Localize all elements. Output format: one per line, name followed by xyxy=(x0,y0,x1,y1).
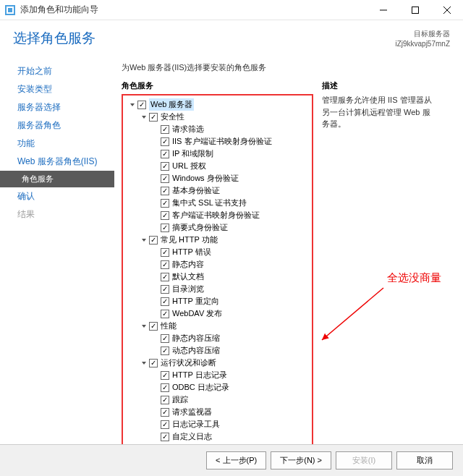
tree-node[interactable]: HTTP 错误 xyxy=(124,246,310,258)
collapse-icon[interactable] xyxy=(140,237,148,244)
toggle-spacer xyxy=(152,261,159,268)
checkbox[interactable] xyxy=(149,236,158,245)
sidebar-item[interactable]: 安装类型 xyxy=(0,80,114,98)
sidebar-item[interactable]: 服务器角色 xyxy=(0,116,114,135)
tree-node[interactable]: 摘要式身份验证 xyxy=(124,221,310,234)
footer: < 上一步(P) 下一步(N) > 安装(I) 取消 xyxy=(0,444,463,476)
sidebar-item[interactable]: 确认 xyxy=(0,187,114,205)
toggle-spacer xyxy=(152,421,159,428)
tree-node[interactable]: 客户端证书映射身份验证 xyxy=(124,209,310,221)
checkbox[interactable] xyxy=(161,297,169,306)
tree-node[interactable]: IP 和域限制 xyxy=(124,148,310,160)
tree-node[interactable]: 请求筛选 xyxy=(124,123,310,135)
checkbox[interactable] xyxy=(161,433,169,441)
tree-node[interactable]: WebDAV 发布 xyxy=(124,307,310,320)
svg-rect-4 xyxy=(412,7,419,13)
window-title: 添加角色和功能向导 xyxy=(20,4,368,16)
node-label: 摘要式身份验证 xyxy=(172,221,228,234)
tree-node[interactable]: 默认文档 xyxy=(124,271,310,283)
checkbox[interactable] xyxy=(161,187,169,195)
checkbox[interactable] xyxy=(137,101,146,109)
sidebar-item[interactable]: 功能 xyxy=(0,135,114,153)
checkbox[interactable] xyxy=(161,125,169,134)
tree-node[interactable]: 集中式 SSL 证书支持 xyxy=(124,197,310,209)
role-tree[interactable]: Web 服务器安全性请求筛选IIS 客户端证书映射身份验证IP 和域限制URL … xyxy=(122,94,313,449)
checkbox[interactable] xyxy=(161,137,169,146)
checkbox[interactable] xyxy=(161,396,169,404)
tree-node[interactable]: 动态内容压缩 xyxy=(124,344,310,357)
sidebar-item[interactable]: 角色服务 xyxy=(0,171,114,187)
collapse-icon[interactable] xyxy=(140,323,148,330)
node-label: Windows 身份验证 xyxy=(172,172,239,184)
node-label: 日志记录工具 xyxy=(172,418,220,430)
tree-node[interactable]: 跟踪 xyxy=(124,394,310,406)
toggle-spacer xyxy=(152,335,159,342)
checkbox[interactable] xyxy=(161,174,169,183)
checkbox[interactable] xyxy=(161,383,169,392)
tree-node[interactable]: 目录浏览 xyxy=(124,283,310,295)
checkbox[interactable] xyxy=(161,199,169,208)
tree-node[interactable]: HTTP 重定向 xyxy=(124,295,310,307)
node-label: 客户端证书映射身份验证 xyxy=(172,209,260,221)
checkbox[interactable] xyxy=(149,322,158,331)
tree-node[interactable]: URL 授权 xyxy=(124,160,310,172)
node-label: Web 服务器 xyxy=(149,98,194,111)
tree-node[interactable]: 请求监视器 xyxy=(124,406,310,418)
content-description: 为Web 服务器(IIS)选择要安装的角色服务 xyxy=(122,62,456,73)
node-label: ODBC 日志记录 xyxy=(172,381,229,394)
close-button[interactable] xyxy=(431,0,463,20)
checkbox[interactable] xyxy=(161,408,169,417)
next-button[interactable]: 下一步(N) > xyxy=(271,451,331,469)
maximize-button[interactable] xyxy=(399,0,431,20)
tree-node[interactable]: 静态内容压缩 xyxy=(124,332,310,344)
tree-node[interactable]: 常见 HTTP 功能 xyxy=(124,234,310,246)
sidebar-item[interactable]: 服务器选择 xyxy=(0,98,114,116)
tree-node[interactable]: 日志记录工具 xyxy=(124,418,310,430)
tree-node[interactable]: Windows 身份验证 xyxy=(124,172,310,184)
desc-label: 描述 xyxy=(322,80,436,91)
sidebar-item[interactable]: Web 服务器角色(IIS) xyxy=(0,153,114,171)
install-button[interactable]: 安装(I) xyxy=(336,451,392,469)
checkbox[interactable] xyxy=(161,347,169,355)
tree-node[interactable]: 运行状况和诊断 xyxy=(124,357,310,369)
node-label: 自定义日志 xyxy=(172,430,212,443)
toggle-spacer xyxy=(152,163,159,170)
checkbox[interactable] xyxy=(161,420,169,429)
node-label: 常见 HTTP 功能 xyxy=(161,234,218,246)
node-label: 跟踪 xyxy=(172,394,188,406)
checkbox[interactable] xyxy=(161,162,169,171)
sidebar-item[interactable]: 开始之前 xyxy=(0,62,114,80)
collapse-icon[interactable] xyxy=(129,101,136,109)
tree-node[interactable]: IIS 客户端证书映射身份验证 xyxy=(124,135,310,148)
checkbox[interactable] xyxy=(161,334,169,343)
checkbox[interactable] xyxy=(161,224,169,232)
toggle-spacer xyxy=(152,212,159,219)
prev-button[interactable]: < 上一步(P) xyxy=(206,451,266,469)
app-icon xyxy=(4,4,16,16)
checkbox[interactable] xyxy=(161,371,169,380)
cancel-button[interactable]: 取消 xyxy=(396,451,453,469)
tree-node[interactable]: ODBC 日志记录 xyxy=(124,381,310,394)
checkbox[interactable] xyxy=(161,285,169,294)
tree-node[interactable]: HTTP 日志记录 xyxy=(124,369,310,381)
tree-node[interactable]: Web 服务器 xyxy=(124,98,310,111)
checkbox[interactable] xyxy=(149,113,158,122)
checkbox[interactable] xyxy=(161,310,169,318)
checkbox[interactable] xyxy=(149,359,158,367)
toggle-spacer xyxy=(152,372,159,379)
tree-node[interactable]: 静态内容 xyxy=(124,258,310,271)
tree-node[interactable]: 自定义日志 xyxy=(124,430,310,443)
checkbox[interactable] xyxy=(161,248,169,257)
tree-node[interactable]: 性能 xyxy=(124,320,310,332)
collapse-icon[interactable] xyxy=(140,114,148,121)
checkbox[interactable] xyxy=(161,150,169,158)
tree-node[interactable]: 基本身份验证 xyxy=(124,184,310,197)
toggle-spacer xyxy=(152,409,159,416)
checkbox[interactable] xyxy=(161,211,169,220)
checkbox[interactable] xyxy=(161,260,169,269)
collapse-icon[interactable] xyxy=(140,360,148,367)
toggle-spacer xyxy=(152,298,159,305)
tree-node[interactable]: 安全性 xyxy=(124,111,310,123)
minimize-button[interactable] xyxy=(368,0,399,20)
checkbox[interactable] xyxy=(161,273,169,281)
